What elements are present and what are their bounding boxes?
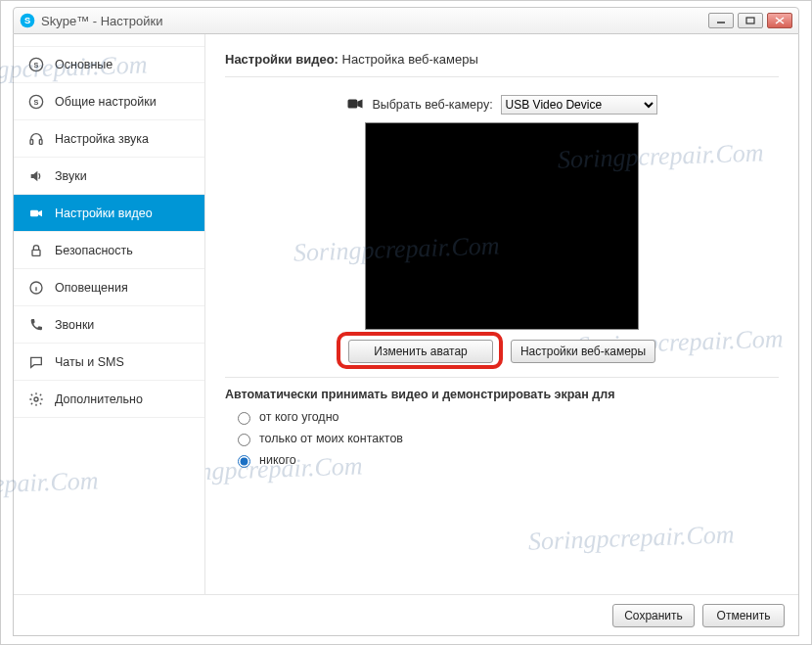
sidebar-item-notifications[interactable]: Оповещения — [14, 269, 204, 306]
speaker-icon — [27, 167, 45, 185]
sidebar: S Основные S Общие настройки Настройка з… — [14, 34, 204, 594]
sidebar-item-sound-settings[interactable]: Настройка звука — [14, 120, 204, 158]
sidebar-item-main[interactable]: S Основные — [14, 46, 204, 83]
sidebar-item-label: Чаты и SMS — [55, 355, 124, 369]
lock-icon — [27, 242, 45, 259]
radio-input[interactable] — [238, 434, 250, 446]
svg-rect-3 — [746, 18, 754, 23]
camera-preview — [365, 122, 639, 330]
sidebar-item-calls[interactable]: Звонки — [14, 306, 204, 344]
sidebar-item-label: Основные — [55, 58, 113, 71]
radio-anyone[interactable]: от кого угодно — [233, 409, 779, 425]
sidebar-item-label: Настройка звука — [55, 132, 149, 146]
sidebar-item-label: Звонки — [55, 318, 94, 332]
svg-rect-10 — [30, 139, 33, 144]
radio-contacts[interactable]: только от моих контактов — [233, 431, 779, 446]
svg-text:S: S — [34, 61, 39, 69]
change-avatar-button[interactable]: Изменить аватар — [348, 340, 493, 363]
sidebar-item-label: Настройки видео — [55, 207, 153, 220]
minimize-button[interactable] — [708, 13, 734, 28]
radio-input[interactable] — [238, 412, 250, 425]
svg-text:S: S — [34, 97, 39, 106]
svg-rect-11 — [39, 139, 42, 144]
sidebar-item-security[interactable]: Безопасность — [14, 232, 204, 269]
svg-rect-18 — [348, 100, 358, 109]
svg-text:S: S — [24, 16, 30, 25]
auto-accept-label: Автоматически принимать видео и демонстр… — [225, 388, 779, 401]
watermark: Soringpcrepair.Com — [528, 520, 736, 556]
camera-icon — [27, 205, 45, 222]
sidebar-item-advanced[interactable]: Дополнительно — [14, 381, 204, 418]
button-label: Изменить аватар — [374, 345, 468, 358]
button-label: Сохранить — [624, 609, 683, 622]
camera-select[interactable]: USB Video Device — [501, 95, 657, 115]
auto-accept-radios: от кого угодно только от моих контактов … — [225, 409, 779, 468]
sidebar-item-label: Дополнительно — [55, 392, 143, 406]
skype-icon: S — [27, 93, 45, 111]
phone-icon — [27, 316, 45, 334]
sidebar-item-label: Звуки — [55, 169, 87, 183]
radio-nobody[interactable]: никого — [233, 452, 779, 468]
breadcrumb-page: Настройка веб-камеры — [338, 52, 478, 67]
skype-icon: S — [27, 56, 45, 73]
button-label: Настройки веб-камеры — [520, 345, 646, 358]
close-button[interactable] — [767, 13, 792, 28]
svg-point-17 — [34, 397, 38, 401]
sidebar-item-general[interactable]: S Общие настройки — [14, 83, 204, 120]
button-label: Отменить — [717, 609, 771, 622]
webcam-settings-button[interactable]: Настройки веб-камеры — [511, 340, 655, 363]
camera-icon — [346, 98, 364, 112]
radio-label: никого — [259, 453, 296, 467]
divider — [225, 377, 779, 378]
sidebar-item-label: Безопасность — [55, 244, 133, 257]
radio-label: от кого угодно — [259, 410, 339, 424]
headset-icon — [27, 130, 45, 148]
sidebar-item-label: Оповещения — [55, 281, 128, 295]
svg-rect-13 — [32, 250, 40, 255]
gear-icon — [27, 391, 45, 408]
svg-rect-12 — [30, 209, 38, 216]
skype-icon: S — [20, 13, 35, 28]
footer: Сохранить Отменить — [14, 594, 798, 635]
window-title: Skype™ - Настройки — [41, 14, 162, 28]
sidebar-item-label: Общие настройки — [55, 95, 157, 109]
radio-label: только от моих контактов — [259, 432, 403, 445]
divider — [225, 76, 779, 77]
maximize-button[interactable] — [738, 13, 763, 28]
titlebar: S Skype™ - Настройки — [13, 7, 799, 34]
main-panel: Soringpcrepair.Com Soringpcrepair.Com So… — [204, 34, 798, 594]
radio-input[interactable] — [238, 455, 250, 468]
breadcrumb: Настройки видео: Настройка веб-камеры — [225, 52, 779, 67]
info-icon — [27, 279, 45, 297]
cancel-button[interactable]: Отменить — [702, 604, 785, 627]
save-button[interactable]: Сохранить — [612, 604, 695, 627]
sidebar-item-video[interactable]: Настройки видео — [14, 195, 204, 232]
sidebar-item-sounds[interactable]: Звуки — [14, 158, 204, 195]
chat-icon — [27, 353, 45, 371]
breadcrumb-section: Настройки видео: — [225, 52, 338, 67]
select-camera-label: Выбрать веб-камеру: — [372, 98, 492, 112]
sidebar-item-chats[interactable]: Чаты и SMS — [14, 344, 204, 381]
